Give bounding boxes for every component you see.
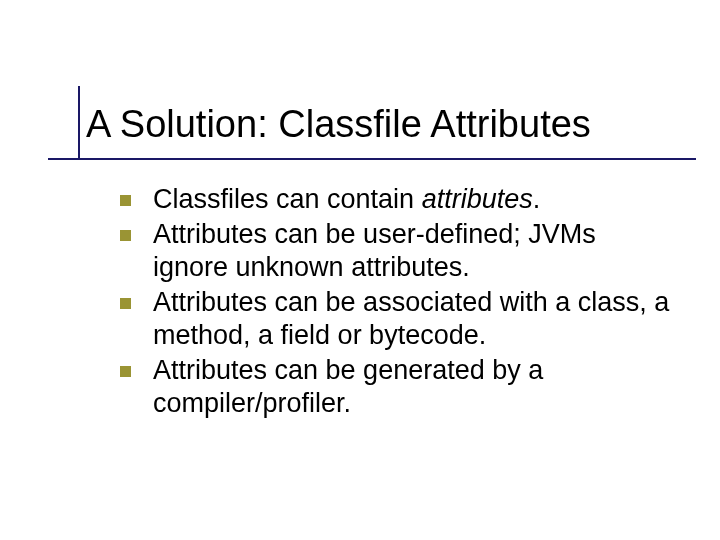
bullet-text-pre: Attributes can be associated with a clas… [153,287,669,350]
bullet-text: Attributes can be associated with a clas… [153,286,670,352]
list-item: Attributes can be associated with a clas… [120,286,670,352]
bullet-text-pre: Classfiles can contain [153,184,422,214]
title-accent-vertical [78,86,80,160]
list-item: Attributes can be generated by a compile… [120,354,670,420]
title-accent-horizontal [48,158,696,160]
slide-body: Classfiles can contain attributes. Attri… [120,183,670,422]
bullet-text: Attributes can be generated by a compile… [153,354,670,420]
title-block: A Solution: Classfile Attributes [86,104,680,146]
bullet-text: Attributes can be user-defined; JVMs ign… [153,218,670,284]
slide: A Solution: Classfile Attributes Classfi… [0,0,720,540]
bullet-text-em: attributes [422,184,533,214]
bullet-square-icon [120,298,131,309]
bullet-square-icon [120,195,131,206]
bullet-square-icon [120,366,131,377]
list-item: Classfiles can contain attributes. [120,183,670,216]
bullet-text-pre: Attributes can be generated by a compile… [153,355,543,418]
bullet-square-icon [120,230,131,241]
bullet-text: Classfiles can contain attributes. [153,183,540,216]
bullet-text-post: . [533,184,541,214]
slide-title: A Solution: Classfile Attributes [86,104,680,146]
bullet-text-pre: Attributes can be user-defined; JVMs ign… [153,219,596,282]
list-item: Attributes can be user-defined; JVMs ign… [120,218,670,284]
